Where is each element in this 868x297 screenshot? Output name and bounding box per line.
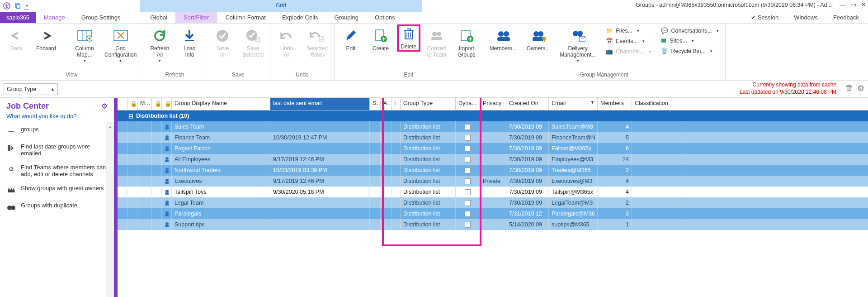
delete-button[interactable]: Delete bbox=[397, 24, 420, 52]
delivery-button[interactable]: DeliveryManagement...▾ bbox=[558, 26, 598, 63]
grid-config-button[interactable]: GridConfiguration▾ bbox=[103, 26, 138, 63]
svg-point-1 bbox=[6, 4, 8, 5]
tab-grouping[interactable]: Grouping bbox=[326, 12, 366, 23]
tab-explode-cells[interactable]: Explode Cells bbox=[274, 12, 326, 23]
trash-icon bbox=[401, 26, 416, 42]
files-button[interactable]: 📁Files... ▾ bbox=[604, 26, 653, 35]
column-header[interactable]: Classification bbox=[632, 98, 685, 110]
table-row[interactable]: ParalegalsDistribution list7/31/2019 12P… bbox=[118, 208, 868, 219]
jc-item[interactable]: —groups bbox=[0, 122, 114, 139]
contextual-tab-grid[interactable]: Grid bbox=[140, 0, 422, 12]
column-header[interactable]: I bbox=[392, 98, 401, 110]
conversations-button[interactable]: 💬Conversations... ▾ bbox=[659, 26, 720, 35]
close-button[interactable]: ✕ bbox=[861, 1, 866, 8]
team-convert-icon bbox=[429, 28, 444, 43]
convert-to-team-button[interactable]: Convertto Team bbox=[425, 26, 448, 58]
events-button[interactable]: 📅Events... ▾ bbox=[604, 37, 653, 45]
grid-body: Sales TeamDistribution list7/30/2019 09S… bbox=[118, 121, 868, 230]
svg-point-26 bbox=[538, 31, 543, 37]
copy-icon[interactable] bbox=[14, 2, 22, 10]
undo-all-button[interactable]: UndoAll bbox=[275, 26, 298, 58]
groupby-combo[interactable]: Group Type▲ bbox=[4, 83, 58, 95]
table-row[interactable]: Sales TeamDistribution list7/30/2019 09S… bbox=[118, 121, 868, 132]
job-center-subtitle: What would you like to do? bbox=[0, 113, 114, 122]
gear-icon[interactable]: ⚙ bbox=[857, 83, 864, 93]
jc-item[interactable]: Show groups with guest owners bbox=[0, 181, 114, 198]
group-row[interactable]: ⊟Distribution list (10) bbox=[118, 110, 868, 121]
column-header[interactable]: Dyna... bbox=[456, 98, 480, 110]
jc-item[interactable]: ⚙Find Teams where members can add, edit … bbox=[0, 160, 114, 181]
table-row[interactable]: Legal TeamDistribution list7/30/2019 09L… bbox=[118, 197, 868, 208]
owners-button[interactable]: Owners... bbox=[525, 26, 552, 52]
recycle-button[interactable]: 🗑️Recycle Bin... ▾ bbox=[659, 47, 720, 55]
jc-item[interactable]: Find last date groups were emailed bbox=[0, 139, 114, 160]
feedback-menu[interactable]: Feedback bbox=[833, 14, 859, 21]
column-header[interactable]: M... bbox=[137, 98, 152, 110]
accessibility-icon[interactable] bbox=[3, 2, 11, 10]
column-map-button[interactable]: ColumnMap...▾ bbox=[73, 26, 96, 63]
refresh-all-button[interactable]: RefreshAll▾ bbox=[148, 26, 171, 63]
back-button[interactable]: Back bbox=[5, 26, 28, 52]
tab-group-settings[interactable]: Group Settings bbox=[73, 12, 129, 23]
column-header[interactable]: 🔒 bbox=[162, 98, 172, 110]
svg-point-10 bbox=[217, 30, 228, 42]
qat-dropdown-icon[interactable]: ▾ bbox=[24, 2, 29, 10]
svg-rect-33 bbox=[8, 145, 10, 151]
tab-options[interactable]: Options bbox=[367, 12, 403, 23]
tab-sort-filter[interactable]: Sort/Filter bbox=[175, 12, 217, 23]
recycle-icon: 🗑️ bbox=[661, 48, 668, 54]
column-header[interactable] bbox=[118, 98, 127, 110]
column-header[interactable]: Members bbox=[598, 98, 632, 110]
svg-point-51 bbox=[165, 179, 168, 182]
jc-gear-icon[interactable]: ⚙ bbox=[101, 102, 108, 110]
table-row[interactable]: Executives9/17/2019 12:46 PMDistribution… bbox=[118, 176, 868, 187]
save-selected-button[interactable]: SaveSelected bbox=[241, 26, 265, 58]
svg-rect-41 bbox=[165, 138, 169, 140]
edit-button[interactable]: Edit bbox=[339, 26, 363, 52]
column-header[interactable]: Email ▼ bbox=[549, 98, 598, 110]
column-header[interactable]: last date sent email bbox=[270, 98, 370, 110]
svg-point-64 bbox=[168, 222, 169, 225]
windows-menu[interactable]: Windows bbox=[794, 14, 818, 21]
jc-item[interactable]: Groups with duplicate bbox=[0, 198, 114, 216]
column-header[interactable]: Created On bbox=[506, 98, 549, 110]
sites-button[interactable]: ⯀Sites... ▾ bbox=[659, 37, 720, 45]
table-row[interactable]: Northwind Traders10/23/2019 03:39 PMDist… bbox=[118, 165, 868, 176]
column-header[interactable]: A... bbox=[381, 98, 392, 110]
column-header[interactable]: 🔒 bbox=[127, 98, 137, 110]
forward-button[interactable]: Forward bbox=[34, 26, 58, 52]
table-row[interactable]: Support tipsDistribution list5/14/2020 0… bbox=[118, 219, 868, 230]
svg-rect-44 bbox=[165, 149, 169, 151]
undo-selected-button[interactable]: SelectedRows bbox=[305, 26, 330, 58]
session-menu[interactable]: ✔ Session bbox=[751, 14, 778, 21]
save-all-button[interactable]: SaveAll bbox=[211, 26, 234, 58]
column-header[interactable]: Privacy bbox=[480, 98, 506, 110]
table-row[interactable]: All Employees9/17/2019 12:46 PMDistribut… bbox=[118, 154, 868, 165]
maximize-button[interactable]: ▭ bbox=[850, 1, 856, 8]
channels-button[interactable]: 📺Channels... ▾ bbox=[604, 47, 653, 56]
group-title-undo: Undo bbox=[275, 72, 330, 79]
column-header[interactable]: S... bbox=[370, 98, 381, 110]
ribbon: Back Forward ColumnMap...▾ GridConfigura… bbox=[0, 24, 868, 81]
undo-icon bbox=[279, 28, 294, 43]
app-button[interactable]: sapio365 bbox=[0, 12, 36, 23]
table-row[interactable]: Project FalconDistribution list7/30/2019… bbox=[118, 143, 868, 154]
column-header[interactable]: 🔒 bbox=[152, 98, 162, 110]
create-button[interactable]: Create bbox=[369, 26, 392, 52]
import-groups-button[interactable]: ImportGroups bbox=[455, 26, 478, 58]
svg-point-45 bbox=[165, 157, 168, 160]
group-view: Back Forward ColumnMap...▾ GridConfigura… bbox=[0, 24, 143, 80]
trash-toolbar-icon[interactable]: 🗑 bbox=[845, 83, 854, 93]
load-info-button[interactable]: LoadInfo bbox=[178, 26, 201, 58]
tab-global[interactable]: Global bbox=[142, 12, 175, 23]
tab-manage[interactable]: Manage bbox=[36, 12, 73, 23]
column-header[interactable]: Group Type bbox=[401, 98, 456, 110]
tab-column-format[interactable]: Column Format bbox=[217, 12, 274, 23]
jc-scrollbar[interactable]: ▴ bbox=[106, 122, 114, 297]
members-button[interactable]: Members... bbox=[488, 26, 519, 52]
column-header[interactable]: Group Display Name bbox=[172, 98, 270, 110]
svg-point-48 bbox=[165, 168, 168, 171]
table-row[interactable]: Tailspin Toys9/30/2020 05:18 PMDistribut… bbox=[118, 187, 868, 197]
minimize-button[interactable]: — bbox=[840, 1, 846, 8]
table-row[interactable]: Finance Team10/30/2019 12:47 PMDistribut… bbox=[118, 132, 868, 143]
